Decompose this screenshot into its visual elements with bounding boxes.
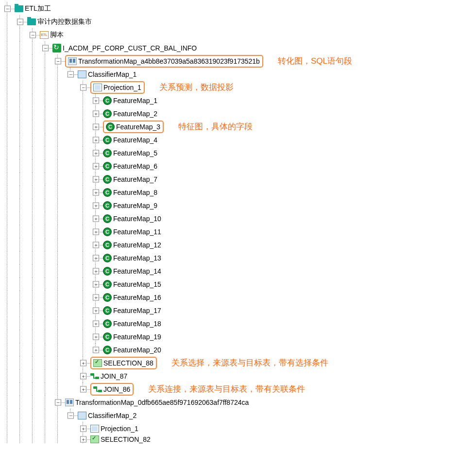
tree-item-job[interactable]: − I_ACDM_PF_CORP_CUST_CR_BAL_INFO [2, 41, 474, 54]
projection-icon [90, 424, 99, 433]
tree-item-transformation-map[interactable]: − TransformationMap_a4bb8e37039a5a836319… [2, 54, 474, 68]
tree-item-selection[interactable]: + SELECTION_88 关系选择，来源表与目标表，带有选择条件 [2, 356, 474, 369]
feature-map-icon [103, 175, 112, 184]
expand-icon[interactable]: + [93, 255, 99, 261]
tree-item-feature-map[interactable]: +FeatureMap_8 [2, 186, 474, 199]
expand-icon[interactable]: + [93, 97, 99, 104]
tree-label: FeatureMap_20 [113, 346, 162, 354]
tree-item-projection[interactable]: − Projection_1 关系预测，数据投影 [2, 81, 474, 94]
tree-label: FeatureMap_2 [113, 110, 158, 118]
tree-item-feature-map[interactable]: +FeatureMap_20 [2, 343, 474, 356]
highlight-box: JOIN_86 [90, 383, 134, 396]
tree-item-feature-map[interactable]: +FeatureMap_10 [2, 212, 474, 225]
tree-label: Projection_1 [103, 84, 142, 91]
expand-icon[interactable]: + [93, 228, 99, 235]
tree-item-selection[interactable]: + SELECTION_82 [2, 435, 474, 444]
tree-label: ETL加工 [24, 4, 51, 13]
collapse-icon[interactable]: − [55, 399, 61, 405]
collapse-icon[interactable]: − [68, 412, 74, 418]
join-icon [93, 385, 102, 394]
tree-item-feature-map[interactable]: +FeatureMap_7 [2, 173, 474, 186]
tree-label: FeatureMap_15 [113, 280, 162, 288]
tree-item-feature-map[interactable]: +FeatureMap_5 [2, 146, 474, 159]
expand-icon[interactable]: + [93, 150, 99, 156]
expand-icon[interactable]: + [93, 215, 99, 222]
collapse-icon[interactable]: − [55, 58, 61, 64]
tree-item-projection[interactable]: + Projection_1 [2, 422, 474, 435]
tree-item-feature-map[interactable]: +FeatureMap_17 [2, 304, 474, 317]
expand-icon[interactable]: + [93, 294, 99, 300]
tree-item-etl-root[interactable]: − ETL加工 [2, 2, 474, 15]
feature-map-icon [103, 267, 112, 276]
tree-item-feature-map[interactable]: +FeatureMap_14 [2, 264, 474, 278]
tree-label: 审计内控数据集市 [37, 17, 92, 26]
tree-item-transformation-map[interactable]: − TransformationMap_0dfb665ae85f97169206… [2, 396, 474, 409]
expand-icon[interactable]: + [93, 320, 99, 327]
expand-icon[interactable]: + [80, 373, 86, 379]
tree-item-feature-map[interactable]: +FeatureMap_1 [2, 94, 474, 107]
feature-map-icon [103, 149, 112, 157]
tree-item-classifier-map[interactable]: − ClassifierMap_1 [2, 68, 474, 81]
annotation-text: 关系连接，来源表与目标表，带有关联条件 [148, 383, 305, 395]
expand-icon[interactable]: + [80, 360, 86, 366]
annotation-text: 关系选择，来源表与目标表，带有选择条件 [171, 357, 328, 368]
classifier-icon [78, 70, 86, 79]
tree-label: FeatureMap_17 [113, 307, 162, 314]
collapse-icon[interactable]: − [68, 71, 74, 77]
expand-icon[interactable]: + [80, 425, 86, 432]
tree-item-classifier-map[interactable]: − ClassifierMap_2 [2, 409, 474, 422]
tree-item-audit-mart[interactable]: − 审计内控数据集市 [2, 15, 474, 28]
feature-map-icon [103, 254, 112, 262]
expand-icon[interactable]: + [93, 137, 99, 143]
expand-icon[interactable]: + [93, 110, 99, 117]
expand-icon[interactable]: + [80, 436, 86, 443]
expand-icon[interactable]: + [93, 202, 99, 209]
feature-map-icon [103, 188, 112, 197]
expand-icon[interactable]: + [80, 386, 86, 392]
tree-item-feature-map[interactable]: +FeatureMap_3特征图，具体的字段 [2, 120, 474, 133]
expand-icon[interactable]: + [93, 189, 99, 195]
tree-item-join[interactable]: + JOIN_87 [2, 369, 474, 382]
tree-item-feature-map[interactable]: +FeatureMap_4 [2, 133, 474, 146]
expand-icon[interactable]: + [93, 281, 99, 287]
tree-item-feature-map[interactable]: +FeatureMap_9 [2, 199, 474, 212]
tree-label: I_ACDM_PF_CORP_CUST_CR_BAL_INFO [62, 44, 197, 52]
transformation-map-icon [65, 398, 74, 407]
expand-icon[interactable]: + [93, 163, 99, 169]
tree-label: FeatureMap_10 [113, 215, 162, 223]
feature-map-icon [106, 122, 115, 131]
tree-label: FeatureMap_14 [113, 267, 162, 275]
etl-icon: ETL [40, 31, 49, 39]
collapse-icon[interactable]: − [17, 18, 23, 25]
tree-item-feature-map[interactable]: +FeatureMap_11 [2, 225, 474, 238]
expand-icon[interactable]: + [93, 268, 99, 274]
feature-map-icon [103, 306, 112, 315]
tree-item-feature-map[interactable]: +FeatureMap_13 [2, 251, 474, 264]
tree-item-feature-map[interactable]: +FeatureMap_6 [2, 159, 474, 173]
selection-icon [93, 359, 102, 367]
expand-icon[interactable]: + [93, 347, 99, 353]
collapse-icon[interactable]: − [30, 32, 36, 38]
expand-icon[interactable]: + [93, 176, 99, 182]
tree-label: FeatureMap_19 [113, 333, 162, 341]
feature-map-icon [103, 280, 112, 289]
tree-item-feature-map[interactable]: +FeatureMap_12 [2, 238, 474, 251]
tree-item-feature-map[interactable]: +FeatureMap_15 [2, 278, 474, 291]
expand-icon[interactable]: + [93, 123, 99, 130]
tree-label: FeatureMap_9 [113, 202, 158, 209]
feature-map-icon [103, 293, 112, 302]
tree-label: ClassifierMap_1 [87, 70, 137, 78]
tree-item-feature-map[interactable]: +FeatureMap_16 [2, 291, 474, 304]
expand-icon[interactable]: + [93, 307, 99, 313]
collapse-icon[interactable]: − [4, 5, 11, 12]
tree-item-feature-map[interactable]: +FeatureMap_18 [2, 317, 474, 330]
expand-icon[interactable]: + [93, 242, 99, 248]
tree-item-script[interactable]: − ETL 脚本 [2, 28, 474, 41]
tree-label: JOIN_87 [100, 372, 128, 380]
tree-item-feature-map[interactable]: +FeatureMap_19 [2, 330, 474, 343]
collapse-icon[interactable]: − [42, 45, 49, 51]
tree-item-feature-map[interactable]: +FeatureMap_2 [2, 107, 474, 120]
expand-icon[interactable]: + [93, 333, 99, 340]
tree-item-join[interactable]: + JOIN_86 关系连接，来源表与目标表，带有关联条件 [2, 382, 474, 396]
collapse-icon[interactable]: − [80, 84, 86, 90]
